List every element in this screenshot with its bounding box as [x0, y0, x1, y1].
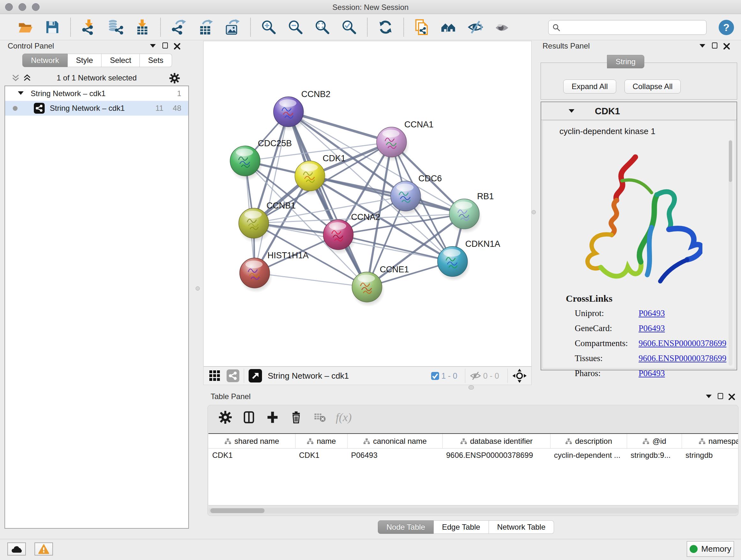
- zoom-selected-icon[interactable]: [340, 18, 358, 36]
- export-table-icon[interactable]: [197, 18, 214, 36]
- column-header-namespace[interactable]: namespace: [682, 434, 738, 448]
- panel-close-icon[interactable]: [728, 393, 735, 400]
- panel-float-icon[interactable]: [712, 43, 718, 49]
- warnings-button[interactable]: [35, 543, 53, 556]
- crosslink-link[interactable]: P06493: [638, 368, 665, 383]
- zoom-out-icon[interactable]: [287, 18, 304, 36]
- tab-network[interactable]: Network: [22, 54, 68, 67]
- column-header-database-identifier[interactable]: database identifier: [442, 434, 550, 448]
- tab-string[interactable]: String: [607, 55, 644, 68]
- protein-card-header[interactable]: CDK1: [541, 102, 737, 120]
- network-node-CCNA1[interactable]: CCNA1: [376, 120, 434, 162]
- panel-float-icon[interactable]: [718, 393, 723, 399]
- delete-table-icon[interactable]: [312, 410, 327, 425]
- function-builder-icon[interactable]: f(x): [336, 410, 352, 425]
- vertical-splitter-grip[interactable]: [532, 210, 536, 214]
- selected-checkbox-icon[interactable]: [431, 372, 440, 380]
- panel-float-icon[interactable]: [162, 43, 168, 49]
- crosslink-link[interactable]: P06493: [638, 323, 665, 338]
- node-label-HIST1H1A: HIST1H1A: [267, 251, 309, 260]
- crosshair-icon[interactable]: [512, 368, 527, 383]
- save-session-icon[interactable]: [44, 18, 61, 36]
- network-edges: [245, 112, 464, 287]
- tab-edge-table[interactable]: Edge Table: [434, 520, 489, 534]
- collapse-all-button[interactable]: Collapse All: [624, 79, 681, 94]
- column-header-name[interactable]: name: [295, 434, 347, 448]
- tab-sets[interactable]: Sets: [140, 54, 172, 67]
- network-node-CDC25B[interactable]: CDC25B: [230, 138, 292, 181]
- help-button[interactable]: ?: [719, 20, 734, 35]
- network-node-RB1[interactable]: RB1: [449, 192, 494, 234]
- import-network-database-icon[interactable]: [107, 18, 124, 36]
- add-column-icon[interactable]: [265, 410, 280, 425]
- open-in-window-icon[interactable]: [249, 369, 262, 382]
- network-canvas[interactable]: CCNB2CCNA1CDC25BCDK1CDC6RB1CCNB1CCNA2CDK…: [203, 41, 532, 367]
- show-all-eye-icon[interactable]: [494, 18, 511, 36]
- column-header--id[interactable]: @id: [627, 434, 682, 448]
- cloud-button[interactable]: [7, 543, 26, 556]
- table-cell[interactable]: 9606.ENSP00000378699: [442, 449, 550, 462]
- panel-close-icon[interactable]: [174, 43, 181, 50]
- network-edge[interactable]: [255, 112, 288, 273]
- horizontal-splitter-grip[interactable]: [468, 385, 474, 389]
- open-session-icon[interactable]: [17, 18, 34, 36]
- tab-style[interactable]: Style: [68, 54, 102, 67]
- tree-expand-icon[interactable]: [18, 91, 23, 95]
- crosslink-label: GeneCard:: [575, 323, 638, 338]
- zoom-in-icon[interactable]: [260, 18, 277, 36]
- export-network-icon[interactable]: [170, 18, 187, 36]
- collapse-section-icon[interactable]: [569, 109, 575, 113]
- network-node-CDKN1A[interactable]: CDKN1A: [437, 239, 500, 281]
- crosslink-link[interactable]: 9606.ENSP00000378699: [638, 354, 726, 368]
- table-cell[interactable]: cyclin-dependent ...: [550, 449, 627, 462]
- gear-icon[interactable]: [218, 410, 233, 425]
- expand-all-button[interactable]: Expand All: [563, 79, 616, 94]
- network-node-CCNB2[interactable]: CCNB2: [273, 89, 331, 132]
- tab-node-table[interactable]: Node Table: [378, 520, 434, 534]
- panel-menu-icon[interactable]: [699, 44, 705, 48]
- crosslink-link[interactable]: P06493: [638, 308, 665, 323]
- zoom-fit-icon[interactable]: [314, 18, 331, 36]
- grid-icon[interactable]: [209, 370, 221, 382]
- network-row[interactable]: String Network – cdk1 11 48: [5, 101, 188, 116]
- export-image-icon[interactable]: [224, 18, 241, 36]
- network-node-CDK1[interactable]: CDK1: [294, 153, 346, 196]
- search-input[interactable]: [563, 21, 704, 34]
- clone-network-icon[interactable]: [413, 18, 430, 36]
- table-row[interactable]: CDK1CDK1P064939606.ENSP00000378699cyclin…: [208, 449, 738, 462]
- results-scrollbar[interactable]: [729, 140, 732, 366]
- table-cell[interactable]: CDK1: [208, 449, 295, 462]
- column-header-shared-name[interactable]: shared name: [208, 434, 295, 448]
- table-cell[interactable]: P06493: [347, 449, 442, 462]
- delete-column-icon[interactable]: [288, 410, 304, 425]
- network-edge[interactable]: [288, 112, 367, 287]
- table-horizontal-scrollbar[interactable]: [208, 508, 738, 513]
- share-icon[interactable]: [226, 369, 239, 382]
- refresh-icon[interactable]: [377, 18, 394, 36]
- window-title: Session: New Session: [0, 3, 741, 12]
- hidden-eye-icon[interactable]: [470, 371, 481, 381]
- import-table-file-icon[interactable]: [134, 18, 151, 36]
- window-titlebar: Session: New Session: [0, 0, 741, 14]
- tab-network-table[interactable]: Network Table: [489, 520, 554, 534]
- tab-select[interactable]: Select: [102, 54, 140, 67]
- gear-icon[interactable]: [169, 73, 180, 84]
- crosslink-link[interactable]: 9606.ENSP00000378699: [638, 338, 726, 354]
- columns-icon[interactable]: [241, 410, 257, 425]
- table-cell[interactable]: stringdb:9...: [627, 449, 682, 462]
- first-neighbors-houses-icon[interactable]: [440, 18, 457, 36]
- panel-close-icon[interactable]: [723, 43, 730, 50]
- network-node-CDC6[interactable]: CDC6: [390, 174, 442, 216]
- import-network-file-icon[interactable]: [80, 18, 97, 36]
- network-collection-row[interactable]: String Network – cdk1 1: [5, 86, 188, 101]
- memory-button[interactable]: Memory: [687, 541, 734, 557]
- column-header-canonical-name[interactable]: canonical name: [347, 434, 442, 448]
- table-cell[interactable]: stringdb: [682, 449, 738, 462]
- hide-selected-eye-icon[interactable]: [467, 18, 484, 36]
- network-node-HIST1H1A[interactable]: HIST1H1A: [239, 251, 309, 293]
- table-cell[interactable]: CDK1: [295, 449, 347, 462]
- column-header-description[interactable]: description: [550, 434, 627, 448]
- panel-menu-icon[interactable]: [706, 395, 712, 398]
- panel-menu-icon[interactable]: [150, 44, 156, 48]
- vertical-splitter-grip[interactable]: [196, 287, 200, 291]
